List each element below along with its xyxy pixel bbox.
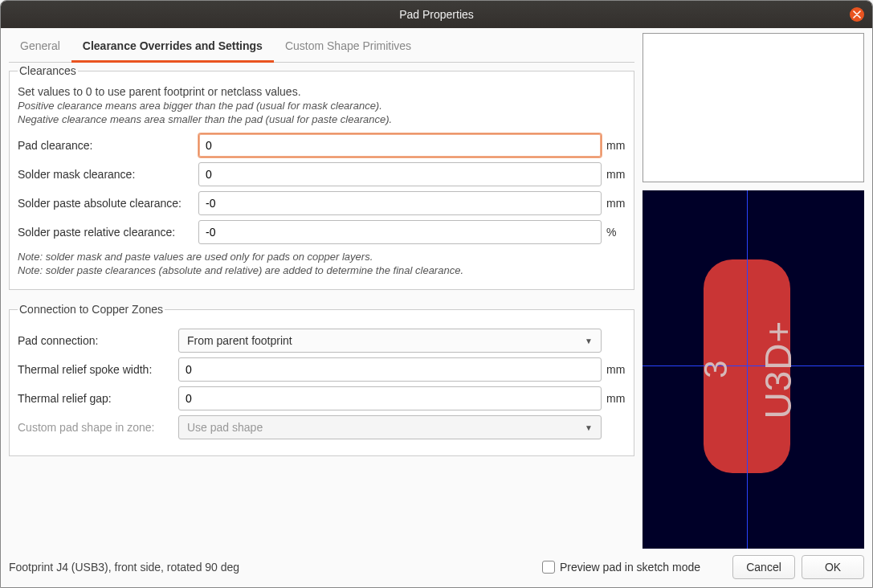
row-pad-connection: Pad connection: From parent footprint ▼	[18, 329, 626, 353]
unit-paste-rel-clearance: %	[602, 226, 626, 239]
preview-panel-top	[643, 33, 864, 182]
dropdown-custom-pad-shape: Use pad shape ▼	[178, 415, 602, 439]
input-thermal-gap[interactable]	[178, 386, 602, 410]
label-thermal-gap: Thermal relief gap:	[18, 392, 178, 405]
input-mask-clearance[interactable]	[198, 162, 602, 186]
row-mask-clearance: Solder mask clearance: mm	[18, 162, 626, 186]
clearances-hint-positive: Positive clearance means area bigger tha…	[18, 100, 626, 112]
window-title: Pad Properties	[399, 8, 474, 21]
row-pad-clearance: Pad clearance: mm	[18, 133, 626, 157]
crosshair-horizontal	[643, 365, 864, 366]
clearances-group: Clearances Set values to 0 to use parent…	[9, 64, 634, 290]
unit-paste-abs-clearance: mm	[602, 197, 626, 210]
label-pad-clearance: Pad clearance:	[18, 139, 198, 152]
label-sketch-mode[interactable]: Preview pad in sketch mode	[560, 561, 700, 574]
tab-bar: General Clearance Overrides and Settings…	[9, 33, 634, 63]
upper-region: General Clearance Overrides and Settings…	[9, 28, 864, 549]
close-icon	[853, 10, 861, 18]
row-paste-abs-clearance: Solder paste absolute clearance: mm	[18, 191, 626, 215]
ok-button[interactable]: OK	[802, 555, 864, 579]
right-pane: 3 U3D+	[643, 33, 864, 549]
clearances-note1: Note: solder mask and paste values are u…	[18, 251, 626, 263]
clearances-hint-negative: Negative clearance means area smaller th…	[18, 113, 626, 125]
status-text: Footprint J4 (USB3), front side, rotated…	[9, 561, 239, 574]
dropdown-pad-connection-value: From parent footprint	[187, 334, 292, 347]
close-button[interactable]	[850, 7, 864, 22]
row-paste-rel-clearance: Solder paste relative clearance: %	[18, 220, 626, 244]
pad-number-text: 3	[698, 360, 734, 378]
row-thermal-spoke: Thermal relief spoke width: mm	[18, 357, 626, 382]
pad-properties-dialog: Pad Properties General Clearance Overrid…	[0, 0, 873, 588]
tab-clearance-overrides[interactable]: Clearance Overrides and Settings	[71, 33, 274, 63]
tab-general[interactable]: General	[9, 33, 71, 62]
row-custom-pad-shape: Custom pad shape in zone: Use pad shape …	[18, 415, 626, 439]
label-thermal-spoke: Thermal relief spoke width:	[18, 363, 178, 376]
left-pane: General Clearance Overrides and Settings…	[9, 33, 634, 549]
dropdown-pad-connection[interactable]: From parent footprint ▼	[178, 329, 602, 353]
input-thermal-spoke[interactable]	[178, 357, 602, 382]
row-thermal-gap: Thermal relief gap: mm	[18, 386, 626, 410]
clearances-note2: Note: solder paste clearances (absolute …	[18, 264, 626, 276]
pad-net-text: U3D+	[757, 321, 800, 419]
cancel-button[interactable]: Cancel	[732, 555, 795, 579]
copper-zones-legend: Connection to Copper Zones	[18, 303, 165, 316]
label-paste-rel-clearance: Solder paste relative clearance:	[18, 226, 198, 239]
input-pad-clearance[interactable]	[198, 133, 602, 157]
dialog-body: General Clearance Overrides and Settings…	[1, 28, 872, 587]
input-paste-rel-clearance[interactable]	[198, 220, 602, 244]
titlebar: Pad Properties	[1, 1, 872, 28]
label-paste-abs-clearance: Solder paste absolute clearance:	[18, 197, 198, 210]
footer: Footprint J4 (USB3), front side, rotated…	[9, 549, 864, 581]
label-mask-clearance: Solder mask clearance:	[18, 168, 198, 181]
preview-panel-bottom[interactable]: 3 U3D+	[643, 190, 864, 549]
sketch-mode-option: Preview pad in sketch mode	[542, 561, 700, 574]
chevron-down-icon: ▼	[585, 337, 593, 345]
clearances-legend: Clearances	[18, 64, 78, 77]
unit-thermal-spoke: mm	[602, 363, 626, 376]
chevron-down-icon: ▼	[585, 423, 593, 432]
tab-custom-shape[interactable]: Custom Shape Primitives	[274, 33, 422, 62]
unit-pad-clearance: mm	[602, 139, 626, 152]
crosshair-vertical	[747, 190, 748, 549]
copper-zones-group: Connection to Copper Zones Pad connectio…	[9, 303, 634, 456]
label-custom-pad-shape: Custom pad shape in zone:	[18, 421, 178, 434]
label-pad-connection: Pad connection:	[18, 334, 178, 347]
clearances-hint-main: Set values to 0 to use parent footprint …	[18, 85, 626, 98]
input-paste-abs-clearance[interactable]	[198, 191, 602, 215]
unit-mask-clearance: mm	[602, 168, 626, 181]
unit-thermal-gap: mm	[602, 392, 626, 405]
dropdown-custom-pad-shape-value: Use pad shape	[187, 421, 263, 434]
checkbox-sketch-mode[interactable]	[542, 561, 555, 574]
